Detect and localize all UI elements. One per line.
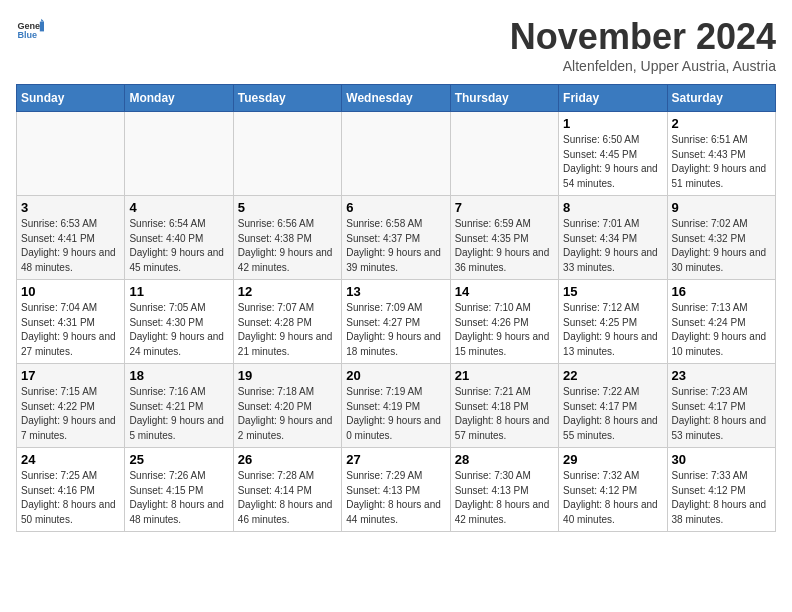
day-number-7: 7 [455,200,554,215]
calendar-cell-w2-d2: 12Sunrise: 7:07 AM Sunset: 4:28 PM Dayli… [233,280,341,364]
header-monday: Monday [125,85,233,112]
day-number-10: 10 [21,284,120,299]
calendar-cell-w4-d2: 26Sunrise: 7:28 AM Sunset: 4:14 PM Dayli… [233,448,341,532]
location-subtitle: Altenfelden, Upper Austria, Austria [510,58,776,74]
day-number-16: 16 [672,284,771,299]
calendar-table: Sunday Monday Tuesday Wednesday Thursday… [16,84,776,532]
day-info-29: Sunrise: 7:32 AM Sunset: 4:12 PM Dayligh… [563,469,662,527]
day-info-19: Sunrise: 7:18 AM Sunset: 4:20 PM Dayligh… [238,385,337,443]
day-info-30: Sunrise: 7:33 AM Sunset: 4:12 PM Dayligh… [672,469,771,527]
day-info-12: Sunrise: 7:07 AM Sunset: 4:28 PM Dayligh… [238,301,337,359]
day-number-27: 27 [346,452,445,467]
day-number-29: 29 [563,452,662,467]
day-number-17: 17 [21,368,120,383]
calendar-cell-w3-d0: 17Sunrise: 7:15 AM Sunset: 4:22 PM Dayli… [17,364,125,448]
calendar-cell-w4-d1: 25Sunrise: 7:26 AM Sunset: 4:15 PM Dayli… [125,448,233,532]
calendar-cell-w2-d4: 14Sunrise: 7:10 AM Sunset: 4:26 PM Dayli… [450,280,558,364]
svg-text:Blue: Blue [17,30,37,40]
header-friday: Friday [559,85,667,112]
day-info-28: Sunrise: 7:30 AM Sunset: 4:13 PM Dayligh… [455,469,554,527]
calendar-header-row: Sunday Monday Tuesday Wednesday Thursday… [17,85,776,112]
page-header: General Blue November 2024 Altenfelden, … [16,16,776,74]
calendar-cell-w0-d1 [125,112,233,196]
day-number-15: 15 [563,284,662,299]
day-number-1: 1 [563,116,662,131]
logo-icon: General Blue [16,16,44,44]
calendar-cell-w2-d0: 10Sunrise: 7:04 AM Sunset: 4:31 PM Dayli… [17,280,125,364]
day-info-21: Sunrise: 7:21 AM Sunset: 4:18 PM Dayligh… [455,385,554,443]
day-info-18: Sunrise: 7:16 AM Sunset: 4:21 PM Dayligh… [129,385,228,443]
calendar-cell-w4-d6: 30Sunrise: 7:33 AM Sunset: 4:12 PM Dayli… [667,448,775,532]
day-number-6: 6 [346,200,445,215]
day-info-14: Sunrise: 7:10 AM Sunset: 4:26 PM Dayligh… [455,301,554,359]
week-row-2: 10Sunrise: 7:04 AM Sunset: 4:31 PM Dayli… [17,280,776,364]
day-number-19: 19 [238,368,337,383]
day-info-10: Sunrise: 7:04 AM Sunset: 4:31 PM Dayligh… [21,301,120,359]
calendar-cell-w1-d6: 9Sunrise: 7:02 AM Sunset: 4:32 PM Daylig… [667,196,775,280]
calendar-cell-w2-d6: 16Sunrise: 7:13 AM Sunset: 4:24 PM Dayli… [667,280,775,364]
header-saturday: Saturday [667,85,775,112]
calendar-cell-w3-d1: 18Sunrise: 7:16 AM Sunset: 4:21 PM Dayli… [125,364,233,448]
logo: General Blue [16,16,44,44]
calendar-cell-w0-d0 [17,112,125,196]
day-number-28: 28 [455,452,554,467]
calendar-cell-w1-d1: 4Sunrise: 6:54 AM Sunset: 4:40 PM Daylig… [125,196,233,280]
day-info-11: Sunrise: 7:05 AM Sunset: 4:30 PM Dayligh… [129,301,228,359]
week-row-0: 1Sunrise: 6:50 AM Sunset: 4:45 PM Daylig… [17,112,776,196]
day-info-24: Sunrise: 7:25 AM Sunset: 4:16 PM Dayligh… [21,469,120,527]
calendar-cell-w0-d5: 1Sunrise: 6:50 AM Sunset: 4:45 PM Daylig… [559,112,667,196]
calendar-cell-w4-d4: 28Sunrise: 7:30 AM Sunset: 4:13 PM Dayli… [450,448,558,532]
calendar-cell-w3-d2: 19Sunrise: 7:18 AM Sunset: 4:20 PM Dayli… [233,364,341,448]
day-info-25: Sunrise: 7:26 AM Sunset: 4:15 PM Dayligh… [129,469,228,527]
day-number-5: 5 [238,200,337,215]
day-info-9: Sunrise: 7:02 AM Sunset: 4:32 PM Dayligh… [672,217,771,275]
title-area: November 2024 Altenfelden, Upper Austria… [510,16,776,74]
day-number-20: 20 [346,368,445,383]
day-number-8: 8 [563,200,662,215]
day-number-23: 23 [672,368,771,383]
calendar-cell-w2-d5: 15Sunrise: 7:12 AM Sunset: 4:25 PM Dayli… [559,280,667,364]
day-info-3: Sunrise: 6:53 AM Sunset: 4:41 PM Dayligh… [21,217,120,275]
calendar-cell-w4-d3: 27Sunrise: 7:29 AM Sunset: 4:13 PM Dayli… [342,448,450,532]
calendar-cell-w3-d3: 20Sunrise: 7:19 AM Sunset: 4:19 PM Dayli… [342,364,450,448]
day-info-20: Sunrise: 7:19 AM Sunset: 4:19 PM Dayligh… [346,385,445,443]
calendar-cell-w0-d2 [233,112,341,196]
calendar-cell-w0-d3 [342,112,450,196]
day-number-25: 25 [129,452,228,467]
day-info-22: Sunrise: 7:22 AM Sunset: 4:17 PM Dayligh… [563,385,662,443]
day-info-13: Sunrise: 7:09 AM Sunset: 4:27 PM Dayligh… [346,301,445,359]
day-number-4: 4 [129,200,228,215]
header-thursday: Thursday [450,85,558,112]
day-number-30: 30 [672,452,771,467]
day-info-23: Sunrise: 7:23 AM Sunset: 4:17 PM Dayligh… [672,385,771,443]
calendar-cell-w4-d0: 24Sunrise: 7:25 AM Sunset: 4:16 PM Dayli… [17,448,125,532]
calendar-cell-w4-d5: 29Sunrise: 7:32 AM Sunset: 4:12 PM Dayli… [559,448,667,532]
day-number-22: 22 [563,368,662,383]
day-info-27: Sunrise: 7:29 AM Sunset: 4:13 PM Dayligh… [346,469,445,527]
day-number-11: 11 [129,284,228,299]
day-number-14: 14 [455,284,554,299]
day-info-15: Sunrise: 7:12 AM Sunset: 4:25 PM Dayligh… [563,301,662,359]
day-info-16: Sunrise: 7:13 AM Sunset: 4:24 PM Dayligh… [672,301,771,359]
calendar-cell-w1-d2: 5Sunrise: 6:56 AM Sunset: 4:38 PM Daylig… [233,196,341,280]
day-number-26: 26 [238,452,337,467]
calendar-cell-w0-d4 [450,112,558,196]
day-info-7: Sunrise: 6:59 AM Sunset: 4:35 PM Dayligh… [455,217,554,275]
day-info-4: Sunrise: 6:54 AM Sunset: 4:40 PM Dayligh… [129,217,228,275]
calendar-cell-w0-d6: 2Sunrise: 6:51 AM Sunset: 4:43 PM Daylig… [667,112,775,196]
week-row-4: 24Sunrise: 7:25 AM Sunset: 4:16 PM Dayli… [17,448,776,532]
day-number-9: 9 [672,200,771,215]
header-wednesday: Wednesday [342,85,450,112]
day-info-2: Sunrise: 6:51 AM Sunset: 4:43 PM Dayligh… [672,133,771,191]
day-number-18: 18 [129,368,228,383]
day-number-24: 24 [21,452,120,467]
day-info-5: Sunrise: 6:56 AM Sunset: 4:38 PM Dayligh… [238,217,337,275]
calendar-cell-w2-d1: 11Sunrise: 7:05 AM Sunset: 4:30 PM Dayli… [125,280,233,364]
calendar-cell-w1-d5: 8Sunrise: 7:01 AM Sunset: 4:34 PM Daylig… [559,196,667,280]
day-info-17: Sunrise: 7:15 AM Sunset: 4:22 PM Dayligh… [21,385,120,443]
week-row-1: 3Sunrise: 6:53 AM Sunset: 4:41 PM Daylig… [17,196,776,280]
day-info-26: Sunrise: 7:28 AM Sunset: 4:14 PM Dayligh… [238,469,337,527]
calendar-cell-w1-d0: 3Sunrise: 6:53 AM Sunset: 4:41 PM Daylig… [17,196,125,280]
calendar-cell-w3-d4: 21Sunrise: 7:21 AM Sunset: 4:18 PM Dayli… [450,364,558,448]
calendar-cell-w2-d3: 13Sunrise: 7:09 AM Sunset: 4:27 PM Dayli… [342,280,450,364]
